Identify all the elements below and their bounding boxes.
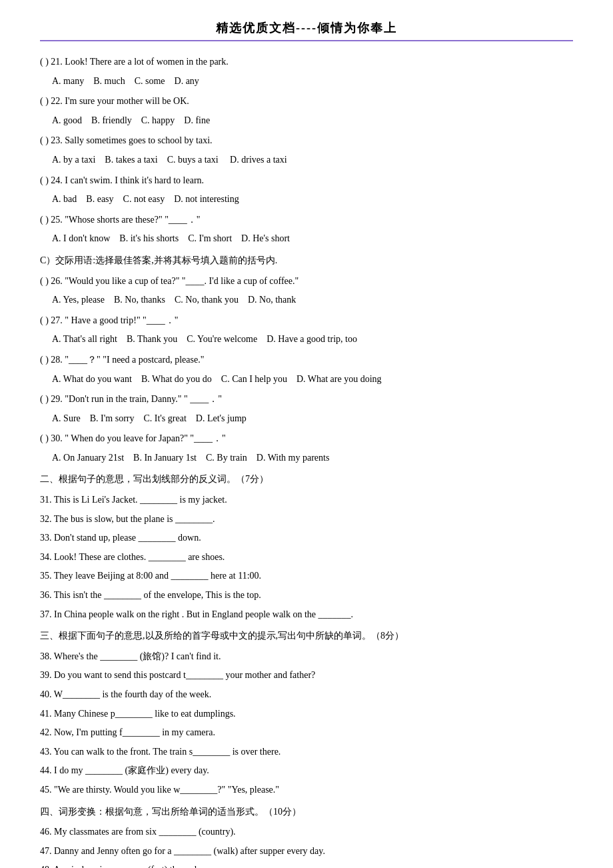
question-32: 32. The bus is slow, but the plane is __…	[40, 511, 573, 529]
page-header: 精选优质文档----倾情为你奉上	[40, 20, 573, 41]
section-4-heading: 四、词形变换：根据句意，写出所给单词的适当形式。（10分）	[40, 803, 573, 821]
q30-options: A. On January 21st B. In January 1st C. …	[40, 449, 573, 467]
q26-options: A. Yes, please B. No, thanks C. No, than…	[40, 291, 573, 309]
question-29: ( ) 29. "Don't run in the train, Danny."…	[40, 391, 573, 427]
question-27: ( ) 27. " Have a good trip!" "____．" A. …	[40, 312, 573, 349]
q22-text: ( ) 22. I'm sure your mother will be OK.	[40, 93, 573, 111]
question-31: 31. This is Li Lei's Jacket. ________ is…	[40, 491, 573, 509]
q28-options: A. What do you want B. What do you do C.…	[40, 371, 573, 389]
question-42: 42. Now, I'm putting f________ in my cam…	[40, 724, 573, 742]
q30-text: ( ) 30. " When do you leave for Japan?" …	[40, 430, 573, 448]
question-41: 41. Many Chinese p________ like to eat d…	[40, 705, 573, 723]
q24-text: ( ) 24. I can't swim. I think it's hard …	[40, 172, 573, 190]
q26-text: ( ) 26. "Would you like a cup of tea?" "…	[40, 273, 573, 291]
question-36: 36. This isn't the ________ of the envel…	[40, 587, 573, 605]
q29-text: ( ) 29. "Don't run in the train, Danny."…	[40, 391, 573, 409]
q22-options: A. good B. friendly C. happy D. fine	[40, 112, 573, 130]
q28-text: ( ) 28. "____？" "I need a postcard, plea…	[40, 351, 573, 369]
question-33: 33. Don't stand up, please ________ down…	[40, 529, 573, 547]
q29-options: A. Sure B. I'm sorry C. It's great D. Le…	[40, 410, 573, 428]
section-c-heading: C）交际用语:选择最佳答案,并将其标号填入题前的括号内.	[40, 252, 573, 270]
question-48: 48. An airplane is ________ (fast) than …	[40, 861, 573, 868]
question-24: ( ) 24. I can't swim. I think it's hard …	[40, 172, 573, 209]
question-37: 37. In China people walk on the right . …	[40, 606, 573, 624]
main-content: ( ) 21. Look! There are a lot of women i…	[40, 53, 573, 868]
question-30: ( ) 30. " When do you leave for Japan?" …	[40, 430, 573, 467]
q24-options: A. bad B. easy C. not easy D. not intere…	[40, 191, 573, 209]
question-39: 39. Do you want to send this postcard t_…	[40, 667, 573, 685]
question-47: 47. Danny and Jenny often go for a _____…	[40, 843, 573, 861]
q21-text: ( ) 21. Look! There are a lot of women i…	[40, 53, 573, 71]
section-2-heading: 二、根据句子的意思，写出划线部分的反义词。（7分）	[40, 471, 573, 489]
q21-options: A. many B. much C. some D. any	[40, 73, 573, 91]
q23-options: A. by a taxi B. takes a taxi C. buys a t…	[40, 151, 573, 169]
header-title: 精选优质文档----倾情为你奉上	[216, 21, 397, 35]
question-43: 43. You can walk to the front. The train…	[40, 743, 573, 761]
question-23: ( ) 23. Sally sometimes goes to school b…	[40, 132, 573, 169]
question-26: ( ) 26. "Would you like a cup of tea?" "…	[40, 273, 573, 309]
question-40: 40. W________ is the fourth day of the w…	[40, 686, 573, 704]
section-3-heading: 三、根据下面句子的意思,以及所给的首字母或中文的提示,写出句中所缺的单词。（8分…	[40, 627, 573, 645]
question-34: 34. Look! These are clothes. ________ ar…	[40, 549, 573, 567]
q27-options: A. That's all right B. Thank you C. You'…	[40, 331, 573, 349]
question-28: ( ) 28. "____？" "I need a postcard, plea…	[40, 351, 573, 388]
q23-text: ( ) 23. Sally sometimes goes to school b…	[40, 132, 573, 150]
question-46: 46. My classmates are from six ________ …	[40, 823, 573, 841]
q25-options: A. I don't know B. it's his shorts C. I'…	[40, 230, 573, 248]
question-35: 35. They leave Beijing at 8:00 and _____…	[40, 567, 573, 585]
question-21: ( ) 21. Look! There are a lot of women i…	[40, 53, 573, 90]
q27-text: ( ) 27. " Have a good trip!" "____．"	[40, 312, 573, 330]
question-22: ( ) 22. I'm sure your mother will be OK.…	[40, 93, 573, 129]
question-25: ( ) 25. "Whose shorts are these?" "____．…	[40, 211, 573, 248]
question-45: 45. "We are thirsty. Would you like w___…	[40, 781, 573, 799]
question-38: 38. Where's the ________ (旅馆)? I can't f…	[40, 648, 573, 666]
question-44: 44. I do my ________ (家庭作业) every day.	[40, 762, 573, 780]
q25-text: ( ) 25. "Whose shorts are these?" "____．…	[40, 211, 573, 229]
